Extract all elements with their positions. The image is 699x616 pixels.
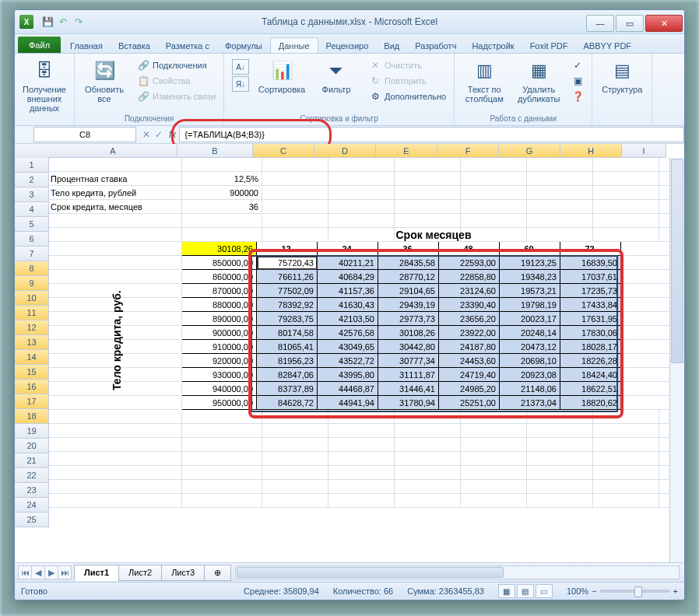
cell[interactable] [527,466,593,480]
redo-icon[interactable]: ↷ [72,16,85,28]
row-header[interactable]: 10 [15,291,49,306]
col-header[interactable]: F [437,144,499,158]
cell[interactable]: 870000,00 [182,284,257,298]
cell[interactable]: 31111,87 [378,368,439,382]
cell[interactable]: 900000,00 [182,326,257,340]
cell[interactable]: Срок кредита, месяцев [49,200,182,214]
col-header[interactable]: A [49,144,177,158]
cell[interactable] [621,340,670,354]
cell[interactable] [328,424,395,438]
row-header[interactable]: 13 [15,335,49,350]
cell[interactable]: 20248,14 [500,326,560,340]
cell[interactable]: 83737,89 [257,382,318,396]
cell[interactable] [461,480,527,494]
reapply-button[interactable]: ↻Повторить [366,74,449,88]
cell[interactable]: 17830,06 [560,326,621,340]
cell[interactable]: 18424,40 [560,368,621,382]
cell[interactable] [262,172,328,186]
tab-разметка с[interactable]: Разметка с [158,38,217,53]
cell[interactable] [262,158,328,172]
fx-icon[interactable]: fx [169,129,176,140]
cell[interactable] [527,172,593,186]
cell[interactable]: 36 [378,242,439,256]
cell[interactable]: 81065,41 [257,340,318,354]
cell[interactable] [262,214,328,228]
cell[interactable] [461,214,527,228]
edit-links-button[interactable]: 🔗Изменить связи [134,89,219,103]
tab-рецензиро[interactable]: Рецензиро [318,38,377,53]
row-header[interactable]: 1 [15,158,49,173]
col-header[interactable]: G [499,144,560,158]
enter-icon[interactable]: ✓ [155,129,163,140]
cell[interactable]: 79283,75 [257,312,318,326]
cell[interactable] [593,410,659,424]
cell[interactable] [328,480,395,494]
cell[interactable]: 82847,06 [257,368,318,382]
cell[interactable]: 17037,61 [560,270,621,284]
row-header[interactable]: 2 [15,173,49,187]
scroll-thumb[interactable] [237,567,504,578]
cell[interactable]: 22858,80 [439,270,500,284]
tab-разработч[interactable]: Разработч [407,38,464,53]
col-header[interactable]: H [560,144,622,158]
cell[interactable] [328,438,395,452]
col-header[interactable]: E [376,144,437,158]
cell[interactable] [395,452,461,466]
cell[interactable] [593,214,659,228]
cell[interactable] [262,466,328,480]
cell[interactable]: 31780,94 [378,396,439,410]
cell[interactable]: 30108,26 [378,326,439,340]
zoom-in-button[interactable]: + [673,586,678,596]
col-header[interactable]: C [253,144,314,158]
cell[interactable] [328,214,395,228]
row-header[interactable]: 7 [15,247,49,261]
cell[interactable] [527,480,593,494]
insert-sheet-button[interactable]: ⊕ [204,565,231,581]
cell[interactable] [621,354,670,368]
cell[interactable] [395,424,461,438]
cell[interactable] [49,438,182,452]
cell[interactable] [395,480,461,494]
row-header[interactable]: 22 [15,468,49,483]
cell[interactable]: 29773,73 [378,312,439,326]
sort-button[interactable]: 📊 Сортировка [257,57,307,96]
cell[interactable]: 18028,17 [560,340,621,354]
cell[interactable] [182,214,262,228]
cell[interactable] [262,438,328,452]
cell[interactable]: 42576,58 [318,326,378,340]
cell[interactable] [593,158,659,172]
cell[interactable]: 81956,23 [257,354,318,368]
cell[interactable]: 24187,80 [439,340,500,354]
cell[interactable] [328,200,395,214]
cell[interactable] [49,242,182,256]
cell[interactable] [262,480,328,494]
cell[interactable]: 36 [182,200,262,214]
cell[interactable] [182,424,262,438]
cell[interactable] [461,466,527,480]
cell[interactable] [49,424,182,438]
maximize-button[interactable]: ▭ [616,15,644,32]
advanced-button[interactable]: ⚙Дополнительно [366,89,449,103]
cell[interactable]: 20698,10 [500,354,560,368]
col-header[interactable]: I [622,144,666,158]
grid[interactable]: Процентная ставка12,5%Тело кредита, рубл… [49,158,670,563]
row-header[interactable]: 21 [15,453,49,468]
cell[interactable]: 30442,80 [378,340,439,354]
cell[interactable] [593,200,659,214]
cell[interactable] [461,410,527,424]
cell[interactable]: 19123,25 [500,256,560,270]
cell[interactable] [328,186,395,200]
cell[interactable] [182,452,262,466]
row-header[interactable]: 19 [15,424,49,439]
cell[interactable]: 21148,06 [500,382,560,396]
row-header[interactable]: 18 [15,409,49,424]
cell[interactable]: 84628,72 [257,396,318,410]
cell[interactable]: 890000,00 [182,312,257,326]
cell[interactable] [461,200,527,214]
sheet-tab[interactable]: Лист3 [161,565,205,581]
row-header[interactable]: 16 [15,380,49,394]
cell[interactable]: 44941,94 [318,396,378,410]
cell[interactable] [328,158,395,172]
cell[interactable]: 72 [560,242,621,256]
cell[interactable] [593,424,659,438]
